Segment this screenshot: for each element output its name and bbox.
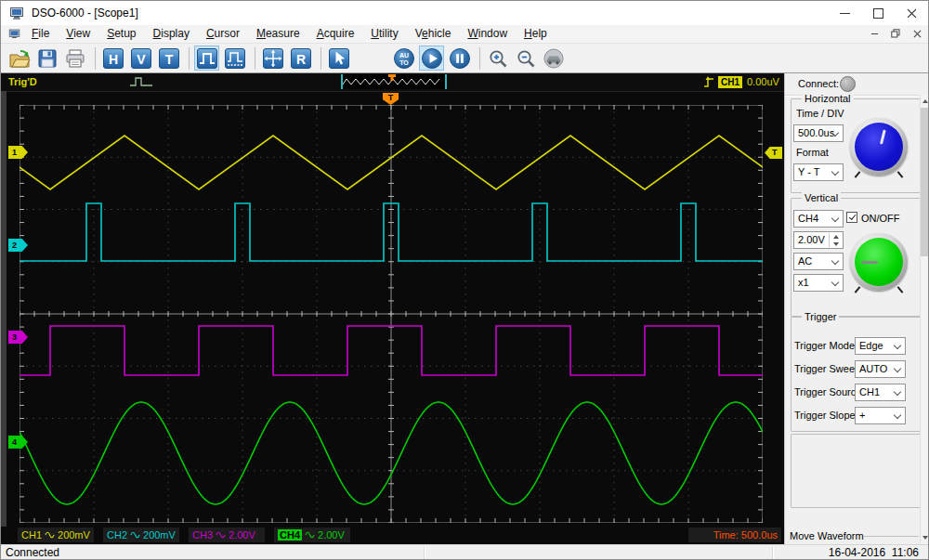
probe-select[interactable]: x1: [793, 274, 844, 292]
open-button[interactable]: [7, 46, 32, 71]
trigger-sweep-select[interactable]: AUTO: [855, 360, 906, 378]
trigger-mode-value: Edge: [859, 340, 883, 351]
waveform-plot[interactable]: [20, 105, 763, 523]
run-icon: [421, 47, 443, 70]
volt-scale-stepper[interactable]: 2.00V: [793, 231, 844, 249]
panel-scrollbar[interactable]: [920, 95, 929, 544]
chevron-down-icon: [831, 215, 839, 222]
time-div-select[interactable]: 500.0us: [793, 124, 844, 142]
scope-left-frame: [1, 91, 7, 527]
chevron-down-icon: [894, 342, 901, 349]
trigger-slope-select[interactable]: +: [855, 407, 906, 424]
trigger-source-badge[interactable]: CH1: [718, 76, 742, 88]
scope-display: Trig'D CH1 0.00uV T 1234 T CH1200mVCH220…: [1, 73, 784, 544]
menu-cursor[interactable]: Cursor: [198, 25, 248, 43]
format-label: Format: [796, 147, 829, 158]
waveform-preview[interactable]: [341, 74, 447, 89]
horizontal-knob[interactable]: [850, 118, 908, 176]
ch1-status-badge[interactable]: CH1200mV: [18, 527, 94, 542]
menu-display[interactable]: Display: [145, 25, 198, 43]
svg-text:H: H: [108, 51, 117, 66]
trigger-slope-label: Trigger Slope: [794, 410, 856, 421]
run-button[interactable]: [419, 46, 444, 71]
mdi-close-icon[interactable]: [909, 27, 924, 40]
move-xy-button[interactable]: [260, 46, 285, 71]
connect-button[interactable]: [840, 76, 856, 92]
menu-items: FileViewSetupDisplayCursorMeasureAcquire…: [23, 25, 556, 43]
t-cursor-button[interactable]: T: [156, 46, 181, 71]
onoff-label: ON/OFF: [861, 213, 900, 224]
scroll-down-icon[interactable]: [921, 531, 929, 544]
close-icon[interactable]: [895, 1, 928, 25]
channel-select[interactable]: CH4: [793, 210, 844, 228]
mdi-minimize-icon[interactable]: [867, 27, 882, 40]
svg-text:R: R: [295, 51, 305, 66]
scrollbar-thumb[interactable]: [921, 108, 929, 256]
mdi-restore-icon[interactable]: [888, 27, 903, 40]
v-cursor-button[interactable]: V: [128, 46, 153, 71]
scope-status-bar: Trig'D CH1 0.00uV: [1, 73, 784, 92]
spin-down-icon[interactable]: [830, 241, 842, 248]
auto-setup-icon: AUTO: [393, 47, 415, 70]
maximize-icon[interactable]: [861, 1, 895, 25]
statusbar-divider: [772, 547, 774, 560]
trigger-source-value: CH1: [859, 386, 880, 397]
pause-button[interactable]: [447, 46, 472, 71]
print-icon: [64, 47, 86, 70]
trigger-group-title: Trigger: [802, 311, 839, 322]
menu-file[interactable]: File: [23, 25, 58, 43]
trigger-mode-select[interactable]: Edge: [855, 337, 906, 355]
chevron-down-icon: [894, 365, 901, 372]
menu-measure[interactable]: Measure: [248, 25, 308, 43]
vertical-knob[interactable]: [850, 233, 908, 291]
vehicle-button[interactable]: [541, 46, 566, 71]
svg-text:AU: AU: [399, 51, 408, 58]
coupling-select[interactable]: AC: [793, 253, 844, 270]
trigger-slope-value: +: [859, 410, 865, 421]
menu-vehicle[interactable]: Vehicle: [407, 25, 460, 43]
ch4-status-badge[interactable]: CH42.00V: [274, 527, 350, 542]
auto-setup-button[interactable]: AUTO: [391, 46, 416, 71]
menu-acquire[interactable]: Acquire: [308, 25, 363, 43]
channel-value: CH4: [798, 213, 818, 224]
mdi-window-controls: [867, 27, 924, 40]
menu-utility[interactable]: Utility: [362, 25, 406, 43]
zoom-out-button[interactable]: [513, 46, 538, 71]
chevron-down-icon: [831, 168, 839, 176]
spin-up-icon[interactable]: [830, 233, 842, 241]
menu-window[interactable]: Window: [459, 25, 516, 43]
trigger-mode-label: Trigger Mode: [794, 340, 855, 351]
volts-per-div-value: 2.00V: [318, 529, 345, 540]
zoom-in-icon: [487, 47, 509, 70]
app-window: DSO-6000 - [Scope1] FileViewSetupDisplay…: [0, 0, 929, 560]
save-button[interactable]: [34, 46, 59, 71]
chevron-down-icon: [831, 257, 839, 265]
format-select[interactable]: Y - T: [793, 163, 844, 181]
coupling-value: AC: [798, 255, 812, 267]
pulse-baseline-button[interactable]: [222, 46, 247, 71]
minimize-icon[interactable]: [828, 1, 861, 25]
pointer-button[interactable]: [326, 46, 351, 71]
ch4-onoff-checkbox[interactable]: [846, 212, 857, 223]
v-cursor-icon: V: [130, 47, 152, 70]
statusbar-divider: [424, 547, 425, 560]
ch3-status-badge[interactable]: CH32.00V: [189, 527, 265, 542]
ch2-status-badge[interactable]: CH2200mV: [103, 527, 179, 542]
print-button[interactable]: [62, 46, 87, 71]
menu-setup[interactable]: Setup: [98, 25, 144, 43]
menu-help[interactable]: Help: [516, 25, 556, 43]
trigger-source-label: Trigger Source: [794, 386, 861, 397]
zoom-in-button[interactable]: [485, 46, 510, 71]
chevron-down-icon: [894, 388, 901, 396]
connection-status: Connected: [6, 546, 59, 559]
time-trigger-marker[interactable]: T: [383, 93, 399, 105]
pulse-width-button[interactable]: [194, 46, 219, 71]
toolbar-separator: [321, 47, 321, 70]
trigger-level-marker[interactable]: T: [765, 147, 782, 159]
trigger-source-select[interactable]: CH1: [855, 384, 906, 401]
scroll-up-icon[interactable]: [921, 95, 929, 108]
r-measure-icon: R: [290, 47, 312, 70]
menu-view[interactable]: View: [58, 25, 98, 43]
r-measure-button[interactable]: R: [288, 46, 313, 71]
h-cursor-button[interactable]: H: [100, 46, 125, 71]
